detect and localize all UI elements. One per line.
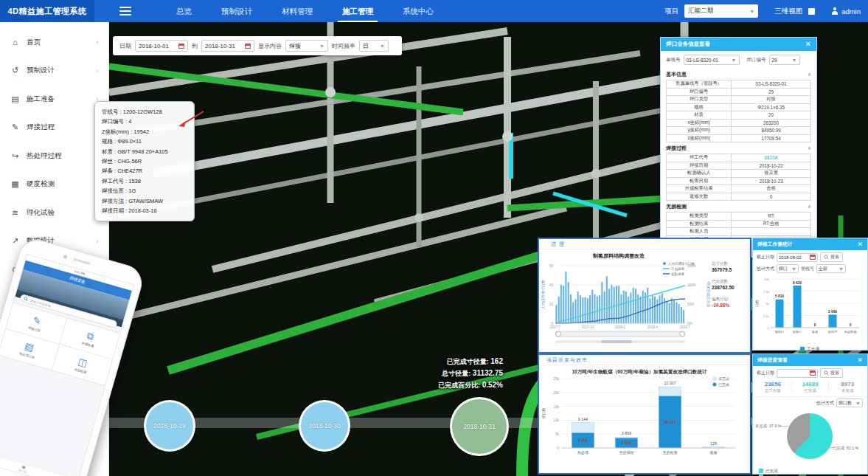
table-row: z坐标(mm)17709.54 — [667, 134, 811, 142]
weld-info-panel: 焊口业务信息查看 ✕ 单线号 03-LS-8320-01▼ 焊口编号 29▼ 基… — [660, 37, 817, 258]
section-header[interactable]: 无损检测∧ — [661, 201, 816, 212]
collapse-icon: ∧ — [808, 72, 811, 77]
svg-text:20k: 20k — [553, 391, 559, 395]
date-from-input[interactable]: 2018-10-01 — [135, 40, 188, 52]
sidebar-item[interactable]: ≋理化试验› — [0, 199, 108, 227]
summary-stat: 总寸径数:367079.5 — [712, 261, 750, 272]
main-menu: 总览预制设计材料管理施工管理系统中心 — [172, 0, 438, 22]
svg-text:0: 0 — [850, 323, 852, 327]
close-icon[interactable]: ✕ — [857, 241, 863, 248]
section-header[interactable]: 焊接过程∧ — [661, 142, 816, 154]
table-row: 检测人员 — [667, 228, 811, 236]
row-label: 材质 — [667, 111, 732, 120]
app-tile-icon: ✎ — [32, 314, 42, 326]
svg-text:制氢原料结构调整改造: 制氢原料结构调整改造 — [592, 253, 645, 259]
stat-value: -34.88% — [712, 303, 750, 308]
row-label: 规格 — [667, 103, 732, 111]
svg-text:2 669: 2 669 — [828, 310, 837, 314]
quality-chart-panel: 项目质量与效率 10万吨/年生物航煤（60万吨/年柴油）加氢装置改造焊口数统计未… — [538, 353, 751, 475]
content-select[interactable]: 焊接▼ — [285, 40, 328, 52]
line-no-select[interactable]: 03-LS-8320-01▼ — [684, 55, 740, 65]
svg-text:7.5k: 7.5k — [763, 290, 770, 294]
search-button[interactable]: 搜索 — [820, 368, 843, 378]
table-row: 检测确认人徐京重 — [667, 170, 811, 178]
home-icon: ⌂ — [10, 38, 20, 46]
stat-value: 23656 — [754, 381, 791, 387]
row-value: 2018-10-22 — [732, 162, 811, 170]
deadline-label: 截止日期 — [757, 254, 774, 261]
nav-menu-item[interactable]: 总览 — [172, 0, 196, 22]
sidebar-item-label: 焊接过程 — [27, 123, 55, 132]
date-to-input[interactable]: 2018-10-31 — [201, 40, 254, 52]
stat-value: 238762.50 — [712, 285, 750, 290]
chevron-right-icon: › — [96, 67, 98, 75]
timeline-node[interactable]: 2018-10-31 — [450, 397, 509, 456]
phone-camera-icon — [63, 255, 67, 259]
nav-menu-item[interactable]: 施工管理 — [338, 0, 378, 22]
chevron-down-icon: ▼ — [791, 266, 796, 272]
weld-tooltip-line: 焊丝 : CHG-56R — [102, 156, 187, 166]
section-header[interactable]: 基本信息∧ — [661, 69, 816, 80]
timeline-node[interactable]: 2018-10-30 — [299, 400, 350, 452]
phone-bottom-nav: ⌂首页▣扫一扫☻我的 — [0, 449, 78, 476]
row-value[interactable]: 6810A — [732, 154, 811, 162]
tab-progress[interactable]: 进 度 — [551, 241, 565, 248]
stat-value: 31132.75 — [473, 369, 503, 377]
progress-chart-panel: 进 度 制氢原料结构调整改造人均日焊接寸口数计划进度实际进度00%2050%40… — [538, 238, 751, 353]
app-tile-icon: ◫ — [77, 356, 88, 369]
svg-text:128: 128 — [710, 441, 717, 446]
collapse-icon: ∧ — [808, 145, 811, 151]
joint-no-select[interactable]: 29▼ — [769, 55, 800, 65]
chevron-down-icon: ▼ — [732, 58, 737, 63]
svg-text:10k: 10k — [553, 418, 559, 422]
pie-label-undone: 未完成: 37.9 % — [755, 424, 781, 429]
view-mode-toggle[interactable] — [808, 8, 815, 15]
sidebar-item[interactable]: ▦硬度检测› — [0, 170, 108, 199]
close-icon[interactable]: ✕ — [857, 357, 863, 364]
row-label: y坐标(mm) — [667, 127, 732, 135]
board-stat: 23656总工作量 — [754, 381, 792, 393]
sidebar-item[interactable]: ↪热处理过程› — [0, 142, 108, 170]
svg-text:热处理: 热处理 — [577, 450, 588, 455]
table-row: 材质20 — [667, 111, 811, 120]
sidebar-item[interactable]: ↺预制设计› — [0, 57, 108, 86]
stat-label: 已完成 — [792, 388, 829, 393]
progress-board-stats: 23656总工作量14683已完成8973未完成 — [753, 378, 867, 395]
table-row: 检测类型RT — [667, 213, 811, 221]
mode-select[interactable]: 焊口▼ — [777, 264, 799, 273]
sidebar-item[interactable]: ✎焊接过程› — [0, 114, 108, 142]
user-menu[interactable]: admin — [831, 7, 861, 15]
svg-text:3 549: 3 549 — [622, 441, 631, 445]
mode-select[interactable]: 焊口数▼ — [836, 399, 863, 407]
weld-tooltip-line: 焊工代号 : 1538 — [102, 176, 187, 186]
stat-label: 总寸径数: — [712, 261, 750, 266]
close-icon[interactable]: ✕ — [805, 41, 811, 48]
nav-menu-item[interactable]: 系统中心 — [398, 0, 438, 22]
svg-text:返修: 返修 — [812, 330, 819, 334]
stat-label: 总寸径量: — [442, 370, 473, 377]
nav-menu-item[interactable]: 预制设计 — [217, 0, 257, 22]
deadline-input[interactable] — [777, 369, 818, 378]
svg-text:计划进度: 计划进度 — [670, 267, 685, 271]
user-icon — [831, 7, 839, 15]
timeline-node[interactable]: 2018-10-29 — [144, 400, 195, 452]
svg-text:0: 0 — [814, 323, 816, 327]
frequency-select[interactable]: 日▼ — [359, 40, 389, 52]
hamburger-menu-icon[interactable] — [119, 7, 131, 15]
sidebar-item[interactable]: ⌂首页› — [0, 28, 108, 57]
deadline-input[interactable]: 2018-08-02 — [777, 253, 818, 262]
sidebar-item[interactable]: ▤施工准备› — [0, 85, 108, 114]
nav-menu-item[interactable]: 材料管理 — [277, 0, 317, 22]
project-select[interactable]: 汇能二期▼ — [684, 4, 758, 18]
row-value: 对接 — [732, 96, 811, 104]
row-value: 03-LS-8320-01 — [732, 80, 811, 89]
row-value: Φ219.1×6.35 — [732, 103, 811, 111]
svg-text:2018-1: 2018-1 — [615, 325, 626, 329]
svg-text:20: 20 — [549, 303, 554, 306]
search-button[interactable]: 搜索 — [820, 252, 843, 262]
tab-quality[interactable]: 项目质量与效率 — [546, 356, 588, 364]
pie-chart — [787, 413, 833, 459]
tooltip-arrow-icon — [176, 108, 206, 129]
svg-text:10万吨/年生物航煤（60万吨/年柴油）加氢装置改造焊口数统: 10万吨/年生物航煤（60万吨/年柴油）加氢装置改造焊口数统计 — [572, 369, 707, 375]
pipeline-select[interactable]: 全部▼ — [816, 264, 846, 273]
